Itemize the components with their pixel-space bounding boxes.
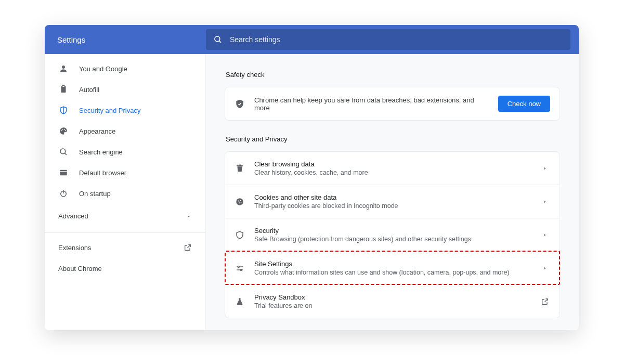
chevron-right-icon <box>540 199 550 204</box>
row-title: Site Settings <box>254 260 530 268</box>
list-row-clear-browsing-data[interactable]: Clear browsing data Clear history, cooki… <box>225 152 560 185</box>
sidebar-item-on-startup[interactable]: On startup <box>45 183 205 204</box>
svg-point-26 <box>240 269 242 270</box>
sidebar-advanced-label: Advanced <box>58 212 88 220</box>
row-subtitle: Third-party cookies are blocked in Incog… <box>254 202 530 210</box>
svg-point-5 <box>61 130 62 131</box>
row-title: Security <box>254 227 530 235</box>
row-title: Privacy Sandbox <box>254 293 530 301</box>
settings-title: Settings <box>53 35 206 44</box>
cookie-icon <box>235 197 245 206</box>
shield-check-icon <box>235 99 245 109</box>
row-title: Cookies and other site data <box>254 193 530 201</box>
svg-point-25 <box>238 266 239 267</box>
shield-icon <box>235 230 245 240</box>
open-external-icon <box>540 297 550 306</box>
sidebar: You and Google Autofill Security and Pri… <box>45 54 206 330</box>
clipboard-icon <box>58 85 69 94</box>
sidebar-extensions-label: Extensions <box>58 244 92 252</box>
sidebar-advanced-toggle[interactable]: Advanced <box>45 204 205 228</box>
safety-check-heading: Safety check <box>226 71 560 79</box>
sidebar-item-appearance[interactable]: Appearance <box>45 121 205 141</box>
sidebar-about-label: About Chrome <box>58 265 102 272</box>
sidebar-item-about-chrome[interactable]: About Chrome <box>45 258 205 279</box>
header-bar: Settings <box>45 25 579 54</box>
sliders-icon <box>235 264 245 273</box>
search-input[interactable] <box>230 35 563 44</box>
sidebar-item-default-browser[interactable]: Default browser <box>45 162 205 183</box>
sidebar-item-label: Search engine <box>79 148 123 156</box>
svg-point-21 <box>239 202 240 203</box>
svg-point-9 <box>60 149 66 154</box>
palette-icon <box>58 126 69 136</box>
open-external-icon <box>184 243 192 252</box>
power-icon <box>58 189 69 198</box>
security-privacy-card: Clear browsing data Clear history, cooki… <box>225 151 560 318</box>
sidebar-item-label: On startup <box>79 190 111 198</box>
chevron-down-icon <box>186 213 192 219</box>
chevron-right-icon <box>540 166 550 171</box>
sidebar-item-search-engine[interactable]: Search engine <box>45 141 205 162</box>
svg-line-1 <box>219 41 221 43</box>
safety-check-desc: Chrome can help keep you safe from data … <box>254 96 489 112</box>
svg-point-6 <box>62 129 63 130</box>
svg-point-19 <box>238 200 239 201</box>
flask-icon <box>235 297 245 306</box>
check-now-button[interactable]: Check now <box>498 96 550 112</box>
sidebar-item-label: Default browser <box>79 169 126 177</box>
svg-point-0 <box>215 36 220 42</box>
trash-icon <box>235 164 245 173</box>
row-subtitle: Controls what information sites can use … <box>254 269 530 276</box>
sidebar-item-label: Security and Privacy <box>79 107 141 114</box>
svg-point-22 <box>241 202 242 203</box>
svg-point-20 <box>240 200 241 201</box>
row-subtitle: Trial features are on <box>254 302 530 309</box>
sidebar-item-security-and-privacy[interactable]: Security and Privacy <box>45 100 205 121</box>
safety-check-card: Chrome can help keep you safe from data … <box>225 87 560 121</box>
svg-point-18 <box>236 198 243 205</box>
row-subtitle: Clear history, cookies, cache, and more <box>254 169 530 176</box>
browser-window-icon <box>58 168 69 177</box>
person-icon <box>58 64 69 73</box>
row-subtitle: Safe Browsing (protection from dangerous… <box>254 236 530 243</box>
security-privacy-heading: Security and Privacy <box>226 135 560 143</box>
svg-rect-4 <box>62 86 65 87</box>
sidebar-item-label: Appearance <box>79 127 115 135</box>
sidebar-item-autofill[interactable]: Autofill <box>45 79 205 100</box>
chevron-right-icon <box>540 232 550 238</box>
svg-point-8 <box>65 130 66 131</box>
list-row-security[interactable]: Security Safe Browsing (protection from … <box>225 218 560 251</box>
chevron-right-icon <box>540 266 550 271</box>
search-icon <box>213 35 223 44</box>
list-row-privacy-sandbox[interactable]: Privacy Sandbox Trial features are on <box>225 284 560 318</box>
sidebar-item-you-and-google[interactable]: You and Google <box>45 58 205 79</box>
search-box[interactable] <box>206 29 570 50</box>
sidebar-item-extensions[interactable]: Extensions <box>45 237 205 258</box>
svg-rect-16 <box>237 165 243 166</box>
sidebar-separator <box>45 232 205 233</box>
svg-rect-17 <box>239 164 241 165</box>
settings-window: Settings You and Google Autofill <box>45 25 579 330</box>
svg-point-7 <box>64 129 65 130</box>
svg-point-2 <box>62 66 65 69</box>
main-content: Safety check Chrome can help keep you sa… <box>206 54 579 330</box>
list-row-site-settings[interactable]: Site Settings Controls what information … <box>225 251 560 284</box>
list-row-cookies[interactable]: Cookies and other site data Third-party … <box>225 185 560 218</box>
safety-check-row: Chrome can help keep you safe from data … <box>225 87 560 120</box>
sidebar-item-label: You and Google <box>79 65 127 73</box>
svg-line-10 <box>65 153 67 155</box>
shield-icon <box>58 106 69 115</box>
sidebar-item-label: Autofill <box>79 86 99 94</box>
search-icon <box>58 147 69 157</box>
row-title: Clear browsing data <box>254 160 530 168</box>
